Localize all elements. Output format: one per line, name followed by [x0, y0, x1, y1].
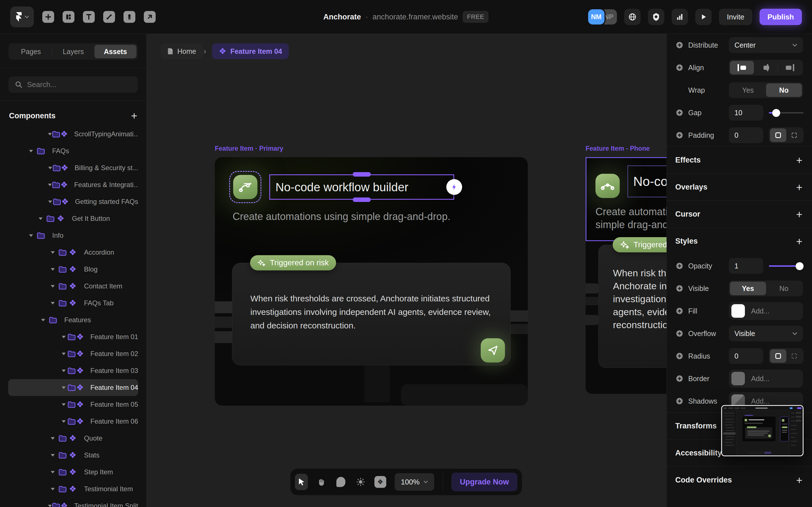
zoom-control[interactable]: 100% [395, 473, 435, 491]
tab-pages[interactable]: Pages [10, 45, 52, 58]
tab-layers[interactable]: Layers [52, 45, 94, 58]
gap-input[interactable]: 10 [729, 105, 763, 121]
caret-down-icon[interactable] [48, 302, 57, 304]
circle-plus-icon[interactable] [675, 397, 684, 405]
sidebar-item-scrolltypinganimati[interactable]: ❖ ScrollTypingAnimati... [8, 126, 138, 143]
sidebar-item-features-integrati[interactable]: ❖ Features & Integrati... [8, 176, 138, 193]
project-domain[interactable]: anchorate.framer.website [372, 13, 458, 21]
caret-down-icon[interactable] [48, 488, 57, 490]
send-button[interactable] [481, 338, 505, 362]
add-style-button[interactable]: + [796, 236, 802, 247]
caret-down-icon[interactable] [48, 133, 52, 135]
text-tool-button[interactable] [83, 11, 95, 23]
caret-down-icon[interactable] [60, 420, 67, 423]
add-code-override-button[interactable]: + [796, 475, 802, 486]
visible-no-option[interactable]: No [766, 282, 802, 295]
caret-down-icon[interactable] [36, 217, 45, 220]
circle-plus-icon[interactable] [675, 262, 684, 270]
insert-button[interactable] [42, 11, 54, 23]
caret-down-icon[interactable] [26, 150, 36, 152]
frame-label-phone[interactable]: Feature Item - Phone [586, 145, 650, 152]
avatar-nm[interactable]: NM [588, 9, 605, 24]
gap-slider[interactable] [769, 105, 804, 121]
circle-plus-icon[interactable] [675, 131, 684, 139]
selection-handle-bottom[interactable] [353, 198, 371, 202]
sidebar-item-getting-started-faqs[interactable]: ❖ Getting started FAQs [8, 193, 138, 210]
selection-handle-top[interactable] [353, 172, 371, 177]
interaction-bolt-badge[interactable] [446, 179, 462, 195]
radius-uniform-option[interactable] [770, 349, 786, 363]
components-view-button[interactable]: ❖ [374, 474, 387, 490]
circle-plus-icon[interactable] [675, 352, 684, 360]
vector-tool-button[interactable] [103, 11, 115, 23]
sidebar-item-info[interactable]: ❖ Info [8, 227, 138, 244]
add-cursor-button[interactable]: + [796, 209, 802, 220]
border-control[interactable]: Add... [729, 370, 803, 388]
feature-card-phone[interactable]: No-code workflow builder Create automati… [586, 157, 666, 402]
breadcrumb-home[interactable]: Home [160, 43, 203, 59]
caret-down-icon[interactable] [26, 234, 36, 237]
add-component-button[interactable]: + [131, 110, 137, 121]
radius-input[interactable]: 0 [729, 348, 763, 364]
caret-down-icon[interactable] [48, 201, 53, 203]
sidebar-item-quote[interactable]: ❖ Quote [8, 430, 138, 447]
pan-tool-button[interactable] [315, 474, 327, 490]
distribute-select[interactable]: Center [729, 37, 803, 53]
caret-down-icon[interactable] [60, 353, 67, 355]
sidebar-item-feature-item-03[interactable]: ❖ Feature Item 03 [8, 362, 138, 379]
breadcrumb-current[interactable]: ❖ Feature Item 04 [212, 43, 289, 59]
caret-down-icon[interactable] [48, 454, 57, 457]
caret-down-icon[interactable] [48, 167, 52, 169]
wrap-yes-option[interactable]: Yes [730, 83, 766, 97]
fill-control[interactable]: Add... [729, 302, 803, 320]
sidebar-item-faqs-tab[interactable]: ❖ FAQs Tab [8, 295, 138, 312]
brand-assets-button[interactable] [648, 9, 664, 25]
invite-button[interactable]: Invite [719, 9, 752, 25]
export-button[interactable] [144, 11, 156, 23]
select-tool-button[interactable] [295, 474, 308, 490]
canvas-preview-window[interactable] [721, 405, 804, 456]
align-right-option[interactable] [778, 61, 802, 74]
analytics-button[interactable] [672, 9, 688, 25]
opacity-slider[interactable] [769, 258, 804, 274]
align-center-option[interactable] [754, 61, 778, 74]
circle-plus-icon[interactable] [675, 63, 684, 72]
sidebar-item-feature-item-06[interactable]: ❖ Feature Item 06 [8, 413, 138, 430]
upgrade-button[interactable]: Upgrade Now [451, 473, 517, 491]
caret-down-icon[interactable] [48, 251, 57, 254]
layout-button[interactable] [63, 11, 74, 23]
caret-down-icon[interactable] [48, 471, 57, 473]
theme-toggle-button[interactable] [354, 474, 367, 490]
add-overlay-button[interactable]: + [796, 182, 802, 193]
sidebar-item-feature-item-05[interactable]: ❖ Feature Item 05 [8, 396, 138, 413]
phone-selection-box[interactable]: No-code workflow builder Create automati… [586, 157, 666, 241]
sidebar-item-get-it-button[interactable]: ❖ Get It Button [8, 210, 138, 227]
sidebar-item-feature-item-01[interactable]: ❖ Feature Item 01 [8, 328, 138, 345]
search-field[interactable] [8, 76, 138, 93]
sidebar-item-accordion[interactable]: ❖ Accordion [8, 244, 138, 261]
caret-down-icon[interactable] [48, 268, 57, 271]
sidebar-item-blog[interactable]: ❖ Blog [8, 261, 138, 278]
sidebar-item-stats[interactable]: ❖ Stats [8, 447, 138, 464]
caret-down-icon[interactable] [60, 370, 67, 372]
add-effect-button[interactable]: + [796, 155, 802, 166]
sidebar-item-testimonial-item-split[interactable]: ❖ Testimonial Item Split [8, 497, 138, 507]
card-subtitle[interactable]: Create automations using simple drag-and… [233, 211, 450, 223]
caret-down-icon[interactable] [48, 437, 57, 440]
canvas[interactable]: Home › ❖ Feature Item 04 Feature Item · … [147, 34, 666, 507]
circle-plus-icon[interactable] [675, 329, 684, 338]
circle-plus-icon[interactable] [675, 307, 684, 315]
caret-down-icon[interactable] [48, 184, 52, 186]
caret-down-icon[interactable] [48, 285, 57, 288]
overflow-select[interactable]: Visible [729, 326, 803, 341]
padding-per-side-option[interactable] [786, 128, 803, 142]
caret-down-icon[interactable] [60, 336, 67, 338]
padding-uniform-option[interactable] [770, 128, 786, 142]
align-left-option[interactable] [730, 61, 754, 74]
preview-button[interactable] [695, 9, 712, 25]
frame-label-primary[interactable]: Feature Item · Primary [215, 145, 283, 152]
visible-yes-option[interactable]: Yes [730, 282, 766, 295]
sidebar-item-step-item[interactable]: ❖ Step Item [8, 464, 138, 481]
border-swatch[interactable] [731, 372, 745, 385]
sidebar-item-faqs[interactable]: ❖ FAQs [8, 143, 138, 159]
